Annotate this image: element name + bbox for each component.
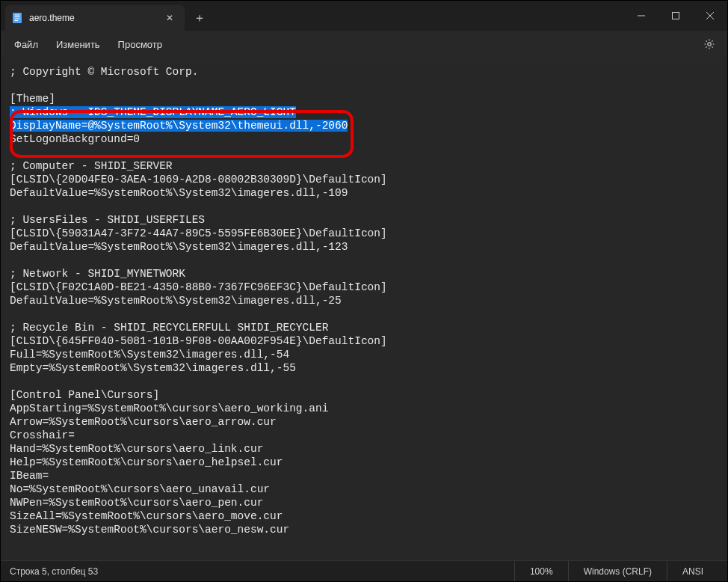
status-eol[interactable]: Windows (CRLF): [568, 561, 667, 581]
editor-line[interactable]: DefaultValue=%SystemRoot%\System32\image…: [10, 186, 727, 200]
tab-close-button[interactable]: ✕: [162, 10, 177, 25]
window-controls: [624, 1, 727, 31]
tab-active[interactable]: aero.theme ✕: [5, 5, 185, 31]
editor-line[interactable]: ; Recycle Bin - SHIDI_RECYCLERFULL SHIDI…: [10, 321, 727, 334]
editor-line[interactable]: [10, 375, 727, 388]
editor-line[interactable]: Help=%SystemRoot%\cursors\aero_helpsel.c…: [10, 456, 727, 469]
menubar: Файл Изменить Просмотр: [1, 31, 727, 58]
editor-line[interactable]: Hand=%SystemRoot%\cursors\aero_link.cur: [10, 442, 727, 456]
svg-rect-0: [13, 13, 22, 23]
titlebar: aero.theme ✕ ＋: [1, 1, 727, 31]
editor-line[interactable]: ; Computer - SHIDI_SERVER: [10, 159, 727, 173]
new-tab-button[interactable]: ＋: [188, 5, 212, 31]
editor-area[interactable]: ; Copyright © Microsoft Corp.[Theme]; Wi…: [1, 58, 727, 562]
editor-line[interactable]: IBeam=: [10, 469, 727, 483]
editor-line[interactable]: Empty=%SystemRoot%\System32\imageres.dll…: [10, 361, 727, 375]
menu-view[interactable]: Просмотр: [109, 34, 171, 55]
svg-rect-6: [673, 13, 679, 19]
editor-line[interactable]: Arrow=%SystemRoot%\cursors\aero_arrow.cu…: [10, 415, 727, 429]
close-button[interactable]: [693, 1, 727, 31]
statusbar: Строка 5, столбец 53 100% Windows (CRLF)…: [1, 560, 727, 581]
editor-line[interactable]: Crosshair=: [10, 429, 727, 442]
editor-line[interactable]: DefaultValue=%SystemRoot%\System32\image…: [10, 294, 727, 307]
editor-line[interactable]: [10, 146, 727, 159]
editor-line[interactable]: SizeNESW=%SystemRoot%\cursors\aero_nesw.…: [10, 523, 727, 536]
settings-button[interactable]: [696, 34, 723, 55]
editor-line[interactable]: [CLSID\{F02C1A0D-BE21-4350-88B0-7367FC96…: [10, 281, 727, 294]
editor-line[interactable]: ; Windows - IDS_THEME_DISPLAYNAME_AERO_L…: [10, 105, 727, 119]
editor-line[interactable]: SizeAll=%SystemRoot%\cursors\aero_move.c…: [10, 509, 727, 523]
menu-file[interactable]: Файл: [5, 34, 47, 55]
editor-line[interactable]: [10, 79, 727, 92]
editor-line[interactable]: Full=%SystemRoot%\System32\imageres.dll,…: [10, 348, 727, 361]
editor-line[interactable]: DefaultValue=%SystemRoot%\System32\image…: [10, 240, 727, 254]
editor-line[interactable]: ; UsersFiles - SHIDI_USERFILES: [10, 213, 727, 227]
tab-title: aero.theme: [29, 13, 156, 23]
editor-line[interactable]: [CLSID\{645FF040-5081-101B-9F08-00AA002F…: [10, 334, 727, 348]
editor-line[interactable]: SetLogonBackground=0: [10, 132, 727, 146]
maximize-button[interactable]: [658, 1, 693, 31]
minimize-button[interactable]: [624, 1, 658, 31]
editor-line[interactable]: ; Network - SHIDI_MYNETWORK: [10, 267, 727, 281]
editor-line[interactable]: [CLSID\{20D04FE0-3AEA-1069-A2D8-08002B30…: [10, 173, 727, 186]
editor-line[interactable]: No=%SystemRoot%\cursors\aero_unavail.cur: [10, 483, 727, 496]
menu-edit[interactable]: Изменить: [47, 34, 109, 55]
svg-point-9: [708, 43, 711, 46]
notepad-icon: [11, 12, 23, 24]
status-position: Строка 5, столбец 53: [10, 566, 514, 577]
editor-line[interactable]: [10, 254, 727, 267]
editor-line[interactable]: [Theme]: [10, 92, 727, 105]
editor-line[interactable]: ; Copyright © Microsoft Corp.: [10, 65, 727, 79]
editor-line[interactable]: NWPen=%SystemRoot%\cursors\aero_pen.cur: [10, 496, 727, 509]
editor-line[interactable]: DisplayName=@%SystemRoot%\System32\theme…: [10, 119, 727, 132]
editor-line[interactable]: [10, 307, 727, 321]
editor-line[interactable]: [10, 200, 727, 213]
editor-line[interactable]: AppStarting=%SystemRoot%\cursors\aero_wo…: [10, 402, 727, 415]
status-encoding[interactable]: ANSI: [667, 561, 718, 581]
editor-line[interactable]: [CLSID\{59031A47-3F72-44A7-89C5-5595FE6B…: [10, 227, 727, 240]
editor-line[interactable]: [Control Panel\Cursors]: [10, 388, 727, 402]
status-zoom[interactable]: 100%: [514, 561, 568, 581]
